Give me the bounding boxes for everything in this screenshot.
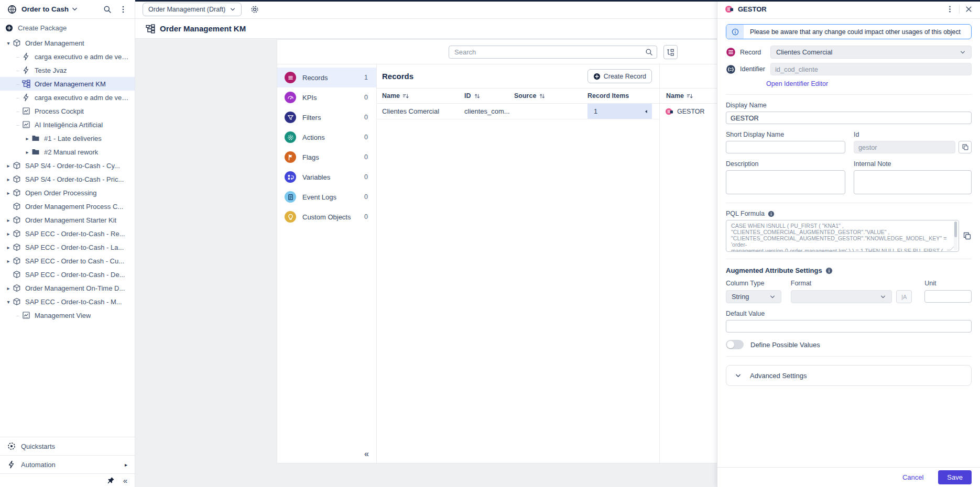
close-icon[interactable]: [965, 5, 973, 13]
tree-item[interactable]: Order Management Process C...: [0, 200, 135, 213]
description-input[interactable]: [726, 170, 845, 194]
short-display-name-input[interactable]: [726, 141, 845, 153]
chevron-right-icon[interactable]: ▸: [4, 190, 13, 196]
category-item-custom-objects[interactable]: Custom Objects0: [277, 207, 376, 227]
sort-both-icon[interactable]: [539, 93, 546, 99]
workspace-title[interactable]: Order to Cash: [21, 5, 69, 13]
tree-item[interactable]: ▸Order Management On-Time D...: [0, 281, 135, 295]
advanced-settings-expander[interactable]: Advanced Settings: [726, 365, 972, 386]
unit-input[interactable]: [924, 290, 972, 303]
tree-item[interactable]: ‒carga executivo e adm de vendas...: [0, 50, 135, 63]
chevron-right-icon[interactable]: ▸: [4, 231, 13, 237]
tree-item[interactable]: ▾Order Management: [0, 36, 135, 50]
sort-active-icon[interactable]: [687, 93, 693, 99]
tree-item-label: SAP ECC - Order to Cash - Cu...: [25, 257, 124, 265]
tree-item[interactable]: ▸#2 Manual rework: [0, 145, 135, 159]
column-id[interactable]: ID: [464, 92, 471, 99]
column-name[interactable]: Name: [382, 92, 400, 99]
tree-view-button[interactable]: [663, 45, 678, 59]
chevron-right-icon[interactable]: ▸: [4, 285, 13, 291]
info-filled-icon[interactable]: [825, 267, 833, 274]
define-possible-values-toggle[interactable]: [726, 340, 744, 349]
copy-formula-icon[interactable]: [963, 231, 972, 240]
chevron-down-icon[interactable]: ▾: [4, 299, 13, 305]
tree-item[interactable]: ▾SAP ECC - Order-to-Cash - M...: [0, 295, 135, 308]
category-item-variables[interactable]: Variables0: [277, 167, 376, 187]
tree-item[interactable]: ▸SAP ECC - Order-to-Cash - La...: [0, 240, 135, 254]
tree-item[interactable]: ▸Order Management Starter Kit: [0, 213, 135, 227]
search-icon[interactable]: [103, 5, 112, 14]
tree-item[interactable]: ▸#1 - Late deliveries: [0, 131, 135, 145]
quickstarts-label: Quickstarts: [21, 442, 55, 450]
create-package-button[interactable]: Create Package: [0, 19, 135, 35]
category-item-flags[interactable]: Flags0: [277, 147, 376, 167]
chevron-down-icon[interactable]: ▾: [4, 40, 13, 46]
package-icon: [13, 175, 21, 183]
tree-item[interactable]: ▸SAP S/4 - Order-to-Cash - Cy...: [0, 159, 135, 172]
chevron-right-icon[interactable]: ▸: [4, 258, 13, 264]
version-selector[interactable]: Order Management (Draft): [143, 3, 242, 16]
column-type-select[interactable]: String: [726, 290, 781, 303]
tree-item[interactable]: ‒Management View: [0, 308, 135, 322]
tree-item[interactable]: ‒carga executivo e adm de vendas: [0, 91, 135, 104]
search-input[interactable]: [449, 46, 657, 59]
chevron-down-icon[interactable]: [71, 6, 78, 13]
tree-item-label: SAP ECC - Order-to-Cash - La...: [25, 244, 124, 251]
gear-icon[interactable]: [250, 5, 259, 14]
sort-both-icon[interactable]: [474, 93, 481, 99]
record-items-cell[interactable]: 1: [587, 104, 652, 119]
chevron-right-icon[interactable]: ▸: [4, 245, 13, 250]
kebab-menu-icon[interactable]: [119, 5, 127, 14]
pql-scrollbar[interactable]: [954, 222, 957, 250]
collapse-sidebar-icon[interactable]: «: [123, 477, 127, 484]
tree-item[interactable]: ▸Open Order Processing: [0, 186, 135, 200]
chevron-right-icon[interactable]: ▸: [23, 136, 31, 141]
chevron-right-icon[interactable]: ▸: [4, 217, 13, 223]
automation-button[interactable]: Automation ▸: [0, 455, 135, 473]
record-select[interactable]: Clientes Comercial: [770, 46, 972, 59]
tree-item[interactable]: ▸SAP ECC - Order to Cash - Cu...: [0, 254, 135, 268]
category-count: 0: [364, 173, 368, 181]
table-row[interactable]: Clientes Comercialclientes_com...1: [377, 104, 659, 119]
display-name-input[interactable]: [726, 112, 972, 124]
column-name[interactable]: Name: [666, 92, 684, 99]
category-item-kpis[interactable]: KPIs0: [277, 87, 376, 107]
divider: [726, 203, 972, 203]
column-source[interactable]: Source: [514, 92, 536, 99]
tree-item[interactable]: ▸SAP S/4 - Order-to-Cash - Pric...: [0, 172, 135, 186]
id-label: Id: [854, 131, 972, 138]
tree-item[interactable]: ▸SAP ECC - Order-to-Cash - Re...: [0, 227, 135, 240]
chevron-right-icon[interactable]: ▸: [4, 176, 13, 182]
tree-item[interactable]: ‒Teste Jvaz: [0, 63, 135, 77]
collapse-panel-icon[interactable]: «: [364, 449, 369, 459]
create-record-button[interactable]: Create Record: [587, 69, 652, 83]
internal-note-input[interactable]: [854, 170, 972, 194]
save-button[interactable]: Save: [938, 470, 972, 484]
pin-icon[interactable]: [107, 477, 115, 484]
category-item-actions[interactable]: Actions0: [277, 127, 376, 147]
category-item-event-logs[interactable]: Event Logs0: [277, 187, 376, 207]
board-icon: [22, 311, 30, 319]
tree-item[interactable]: ‒Order Management KM: [0, 77, 135, 91]
kebab-menu-icon[interactable]: [946, 5, 954, 13]
default-value-input[interactable]: [726, 320, 972, 333]
identifier-icon: [726, 64, 736, 74]
record-item-row[interactable]: GESTOR: [660, 104, 717, 119]
quickstarts-button[interactable]: Quickstarts: [0, 437, 135, 455]
info-filled-icon[interactable]: [768, 211, 775, 217]
drawer-body: Please be aware that any change could im…: [717, 19, 980, 467]
package-icon: [13, 39, 21, 47]
tree-item[interactable]: SAP ECC - Order-to-Cash - De...: [0, 268, 135, 281]
tree-item[interactable]: ‒Process Cockpit: [0, 104, 135, 118]
cancel-button[interactable]: Cancel: [902, 473, 923, 481]
category-item-records[interactable]: Records1: [277, 68, 376, 87]
pql-formula-editor[interactable]: CASE WHEN ISNULL ( PU_FIRST ( "KNA1" , "…: [726, 220, 959, 252]
chevron-right-icon[interactable]: ▸: [4, 163, 13, 169]
category-item-filters[interactable]: Filters0: [277, 107, 376, 127]
tree-item[interactable]: ‒AI Inteligência Artificial: [0, 118, 135, 131]
chevron-right-icon[interactable]: ▸: [23, 149, 31, 155]
open-identifier-editor-link[interactable]: Open Identifier Editor: [766, 80, 828, 87]
sort-active-icon[interactable]: [402, 93, 409, 99]
format-select[interactable]: [791, 290, 892, 303]
copy-id-button[interactable]: [959, 141, 972, 153]
